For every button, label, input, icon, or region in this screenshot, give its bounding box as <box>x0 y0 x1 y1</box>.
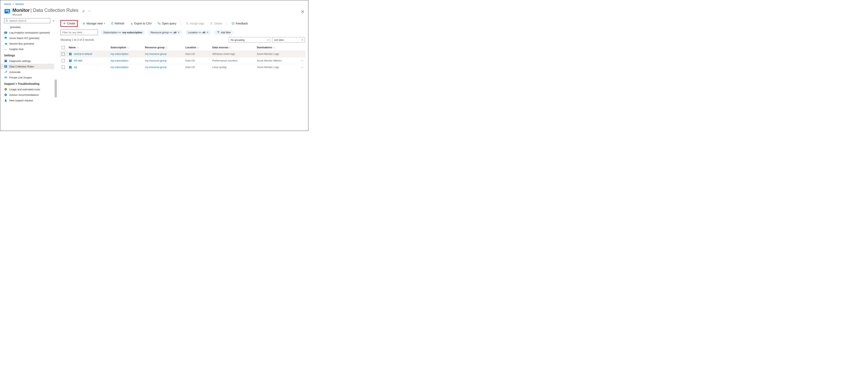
sidebar-item-advisor[interactable]: Advisor recommendations <box>0 92 54 97</box>
rule-icon <box>69 66 72 69</box>
sidebar-item-label: Private Link Scopes <box>9 76 32 79</box>
collapse-sidebar-button[interactable]: « <box>52 18 55 23</box>
col-data-sources[interactable]: Data sources↑↓ <box>210 44 255 51</box>
sidebar-item-data-collection-rules[interactable]: Data Collection Rules <box>0 64 54 69</box>
sidebar-item-log-analytics[interactable]: Log Analytics workspaces (preview) <box>0 30 54 35</box>
filter-location-prefix: Location == <box>188 31 201 34</box>
sidebar-item-diagnostic-settings[interactable]: Diagnostic settings <box>0 58 54 64</box>
delete-label: Delete <box>214 22 222 25</box>
diagnostic-icon <box>4 59 7 62</box>
row-checkbox[interactable] <box>62 66 65 69</box>
page-title: Monitor <box>12 7 30 13</box>
col-location[interactable]: Location↑↓ <box>184 44 210 51</box>
sidebar-search-input[interactable] <box>9 19 49 22</box>
sort-icon: ↑↓ <box>229 46 231 49</box>
stack-icon <box>4 36 7 39</box>
resource-group-link[interactable]: my-resource-group <box>145 52 166 55</box>
col-subscription[interactable]: Subscription↑↓ <box>108 44 143 51</box>
add-filter-icon <box>217 31 220 34</box>
subscription-link[interactable]: my-subscription <box>111 66 128 68</box>
filter-resource-group-pill[interactable]: Resource group == all ✕ <box>148 30 182 35</box>
sidebar-item-label: New support request <box>9 99 33 102</box>
close-icon <box>301 10 304 13</box>
manage-view-button[interactable]: Manage view ▾ <box>81 21 106 26</box>
sidebar: « (preview) Log Analytics workspaces (pr… <box>0 18 57 131</box>
command-bar: Create Manage view ▾ Refresh Export to C… <box>60 18 305 29</box>
service-bus-icon <box>4 42 7 45</box>
sidebar-item-label: Azure Stack HCI (preview) <box>9 37 39 39</box>
breadcrumb-home[interactable]: Home <box>4 3 11 5</box>
subscription-link[interactable]: my-subscription <box>111 52 128 55</box>
row-checkbox[interactable] <box>62 52 65 56</box>
sort-icon: ↑↓ <box>273 46 275 49</box>
resource-group-link[interactable]: my-resource-group <box>145 59 166 62</box>
sidebar-item-preview[interactable]: (preview) <box>0 24 54 30</box>
subscription-link[interactable]: my-subscription <box>111 59 128 62</box>
filter-location-pill[interactable]: Location == all ✕ <box>185 30 211 35</box>
refresh-label: Refresh <box>115 22 124 25</box>
open-query-button[interactable]: Open query <box>156 21 178 26</box>
pin-button[interactable] <box>82 9 85 12</box>
create-button[interactable]: Create <box>62 21 76 26</box>
create-highlight: Create <box>60 20 78 27</box>
view-value: List view <box>274 38 284 41</box>
col-resource-group[interactable]: Resource group↑↓ <box>143 44 184 51</box>
rule-icon <box>69 59 72 62</box>
sidebar-item-private-link-scopes[interactable]: Private Link Scopes <box>0 75 54 80</box>
page-subtitle: | Data Collection Rules <box>31 7 79 13</box>
table-row[interactable]: lob-app my-subscription my-resource-grou… <box>60 57 305 64</box>
refresh-button[interactable]: Refresh <box>110 21 126 26</box>
monitor-icon <box>4 8 10 15</box>
sidebar-item-azure-stack-hci[interactable]: Azure Stack HCI (preview) <box>0 35 54 41</box>
svg-rect-10 <box>4 60 7 62</box>
record-count: Showing 1 to 3 of 3 records <box>60 38 94 41</box>
sidebar-item-new-support-request[interactable]: New support request <box>0 97 54 103</box>
rule-name-link[interactable]: sql <box>74 66 77 68</box>
table-row[interactable]: sql my-subscription my-resource-group Ea… <box>60 64 305 70</box>
sidebar-item-autoscale[interactable]: Autoscale <box>0 69 54 75</box>
data-sources-cell: Windows event logs <box>210 51 255 57</box>
chevron-down-icon: ▾ <box>268 39 269 41</box>
header-more-button[interactable]: ⋯ <box>88 9 91 13</box>
breadcrumb-monitor[interactable]: Monitor <box>16 3 24 5</box>
filter-bar: Subscription == my-subscription Resource… <box>60 29 305 37</box>
sidebar-search[interactable] <box>4 18 50 23</box>
sidebar-item-usage-costs[interactable]: $ Usage and estimated costs <box>0 87 54 92</box>
filter-field-input[interactable] <box>60 30 98 35</box>
breadcrumb: Home > Monitor <box>0 0 308 7</box>
resource-group-link[interactable]: my-resource-group <box>145 66 166 68</box>
clear-filter-icon[interactable]: ✕ <box>207 31 209 34</box>
row-more-button[interactable]: ⋯ <box>301 59 304 62</box>
sidebar-item-label: Service Bus (preview) <box>9 42 34 45</box>
table-row[interactable]: central-it-default my-subscription my-re… <box>60 51 305 57</box>
page-header: Monitor | Data Collection Rules Microsof… <box>0 7 308 18</box>
rule-name-link[interactable]: central-it-default <box>74 52 92 55</box>
row-checkbox[interactable] <box>62 59 65 62</box>
add-filter-button[interactable]: Add filter <box>214 30 234 35</box>
sidebar-item-insights-hub[interactable]: ⋯ Insights Hub <box>0 46 54 52</box>
export-csv-button[interactable]: Export to CSV <box>129 21 153 26</box>
select-all-checkbox[interactable] <box>62 46 65 49</box>
sidebar-scrollbar[interactable] <box>55 80 57 97</box>
grouping-dropdown[interactable]: No grouping ▾ <box>229 37 270 42</box>
close-button[interactable] <box>301 10 304 13</box>
rule-name-link[interactable]: lob-app <box>74 59 82 62</box>
svg-point-14 <box>6 77 7 78</box>
col-destinations[interactable]: Destinations↑↓ <box>255 44 299 51</box>
filter-subscription-prefix: Subscription == <box>103 31 121 34</box>
sidebar-item-label: Diagnostic settings <box>9 60 31 62</box>
filter-subscription-pill[interactable]: Subscription == my-subscription <box>101 30 145 35</box>
sidebar-item-label: Usage and estimated costs <box>9 88 40 91</box>
workspace-icon <box>4 31 7 34</box>
clear-filter-icon[interactable]: ✕ <box>178 31 180 34</box>
feedback-button[interactable]: Feedback <box>230 21 249 26</box>
view-dropdown[interactable]: List view ▾ <box>272 37 305 42</box>
chevron-down-icon: ▾ <box>302 39 303 41</box>
sidebar-menu[interactable]: (preview) Log Analytics workspaces (prev… <box>0 24 57 131</box>
filter-rg-prefix: Resource group == <box>150 31 172 34</box>
sidebar-item-service-bus[interactable]: Service Bus (preview) <box>0 41 54 46</box>
row-more-button[interactable]: ⋯ <box>301 66 304 68</box>
svg-rect-1 <box>5 10 9 10</box>
col-name[interactable]: Name↑↓ <box>67 44 108 51</box>
open-query-label: Open query <box>162 22 176 25</box>
